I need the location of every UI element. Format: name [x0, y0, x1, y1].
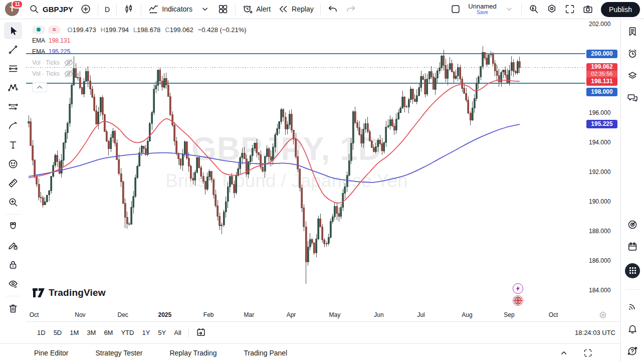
economic-event-icon[interactable] [513, 283, 523, 294]
price-axis[interactable]: 202.000196.000194.000192.000190.000188.0… [585, 19, 620, 309]
tab-pine-editor[interactable]: Pine Editor [34, 349, 68, 357]
chart-legend: ≈ O199.473 H199.794 L198.678 C199.062 −0… [32, 24, 247, 92]
user-menu-button[interactable]: T 11 [5, 2, 20, 17]
price-tick: 202.000 [589, 21, 610, 28]
alert-button[interactable]: Alert [239, 2, 274, 17]
layout-button[interactable] [447, 2, 465, 17]
panel-expand-button[interactable] [558, 347, 569, 358]
zoom-in-tool[interactable] [4, 194, 22, 211]
eye-off-icon[interactable] [63, 68, 74, 79]
utc-clock[interactable]: 18:24:03 UTC [575, 329, 615, 336]
fib-retracement-tool[interactable] [4, 60, 22, 77]
alerts-icon[interactable] [627, 48, 638, 59]
price-tick: 188.000 [589, 228, 610, 235]
time-tick: Apr [287, 311, 296, 318]
tab-strategy-tester[interactable]: Strategy Tester [95, 349, 142, 357]
indicators-dropdown-arrow[interactable] [196, 2, 214, 17]
alert-label: Alert [256, 5, 271, 13]
time-tick: Oct [30, 311, 39, 318]
series-visibility-chip[interactable] [32, 26, 45, 34]
watchlist-icon[interactable] [627, 26, 638, 37]
divider [625, 289, 639, 290]
cursor-tool[interactable] [4, 22, 22, 39]
chat-icon[interactable] [627, 92, 638, 103]
gb-news-flag-icon[interactable] [513, 295, 523, 306]
range-3m-button[interactable]: 3M [83, 327, 100, 338]
trash-tool[interactable] [4, 300, 22, 317]
range-toolbar: 1D5D1M3M6MYTD1Y5YAll 18:24:03 UTC [26, 321, 620, 343]
legend-collapse-button[interactable] [32, 82, 47, 92]
axis-settings-corner[interactable] [585, 309, 620, 321]
volume-legend-row[interactable]: Vol · Ticks [32, 57, 247, 68]
level-198-label: 198.000 [586, 88, 617, 96]
tab-replay-trading[interactable]: Replay Trading [169, 349, 217, 357]
panel-maximize-button[interactable] [582, 347, 593, 358]
settings-button[interactable] [543, 2, 561, 17]
eye-off-icon[interactable] [63, 57, 74, 68]
ruler-tool[interactable] [4, 174, 22, 192]
xabcd-pattern-tool[interactable] [4, 79, 22, 96]
symbol-search-button[interactable]: GBPJPY [25, 2, 77, 17]
interval-button[interactable]: D [101, 4, 113, 16]
range-5y-button[interactable]: 5Y [154, 327, 170, 338]
pencil-lock-tool[interactable] [4, 237, 22, 254]
magnet-tool[interactable] [4, 218, 22, 235]
chart-style-button[interactable] [120, 2, 138, 17]
streams-icon[interactable] [627, 301, 638, 312]
fullscreen-button[interactable] [561, 2, 579, 17]
quick-search-button[interactable] [525, 2, 543, 17]
replay-icon [278, 4, 289, 15]
time-tick: 2025 [158, 311, 171, 318]
notifications-icon[interactable] [627, 323, 638, 334]
ema-fast-legend-row[interactable]: EMA198.131 [32, 35, 247, 46]
calendar-icon[interactable] [627, 241, 638, 252]
chart-pane[interactable]: GBPJPY, 1D British Pound / Japanese Yen … [26, 19, 585, 309]
divider [6, 296, 21, 296]
price-tick: 192.000 [589, 168, 610, 175]
goto-date-button[interactable] [192, 325, 210, 340]
notification-count-badge: 11 [12, 0, 23, 9]
range-1m-button[interactable]: 1M [66, 327, 83, 338]
ema-slow-legend-row[interactable]: EMA195.225 [32, 46, 247, 57]
save-link[interactable]: Save [477, 10, 488, 16]
interval-label: D [105, 6, 110, 14]
ruler-icon [8, 177, 19, 189]
time-tick: Mar [244, 311, 255, 318]
lock-tool[interactable] [4, 256, 22, 273]
time-tick: Sep [504, 311, 514, 318]
snapshot-button[interactable] [579, 2, 597, 17]
range-5d-button[interactable]: 5D [50, 327, 66, 338]
range-1y-button[interactable]: 1Y [138, 327, 154, 338]
trend-line-tool[interactable] [4, 41, 22, 58]
undo-button[interactable] [324, 2, 342, 17]
projection-tool[interactable] [4, 98, 22, 115]
publish-button[interactable]: Publish [601, 2, 640, 17]
time-axis[interactable]: OctNovDec2025FebMarAprMayJunJulAugSepOct [26, 309, 585, 321]
indicators-button[interactable]: Indicators [144, 2, 196, 17]
replay-button[interactable]: Replay [274, 2, 317, 17]
eye-hide-tool[interactable] [4, 275, 22, 292]
hotlists-icon[interactable] [627, 219, 638, 230]
range-1d-button[interactable]: 1D [33, 327, 50, 338]
brush-tool[interactable] [4, 117, 22, 134]
volume-ticks-legend-row[interactable]: Vol · Ticks [32, 68, 247, 79]
layout-dropdown-arrow[interactable] [500, 2, 518, 17]
price-tick: 184.000 [589, 287, 610, 294]
range-ytd-button[interactable]: YTD [117, 327, 138, 338]
text-tool[interactable] [4, 136, 22, 153]
redo-button[interactable] [342, 2, 360, 17]
emoji-tool[interactable] [4, 155, 22, 172]
range-6m-button[interactable]: 6M [100, 327, 117, 338]
object-tree-icon[interactable] [627, 70, 638, 81]
approx-chip[interactable]: ≈ [48, 26, 61, 34]
text-icon [8, 139, 19, 150]
help-button[interactable] [625, 343, 640, 359]
tab-trading-panel[interactable]: Trading Panel [244, 349, 288, 357]
range-all-button[interactable]: All [170, 327, 185, 338]
layout-name-button[interactable]: Unnamed Save [465, 1, 500, 17]
apps-grid-button[interactable] [625, 263, 640, 278]
indicator-templates-button[interactable] [214, 2, 232, 17]
axis-gear-icon[interactable] [597, 310, 608, 321]
compare-add-button[interactable] [77, 2, 95, 17]
layout-name: Unnamed [468, 3, 496, 10]
